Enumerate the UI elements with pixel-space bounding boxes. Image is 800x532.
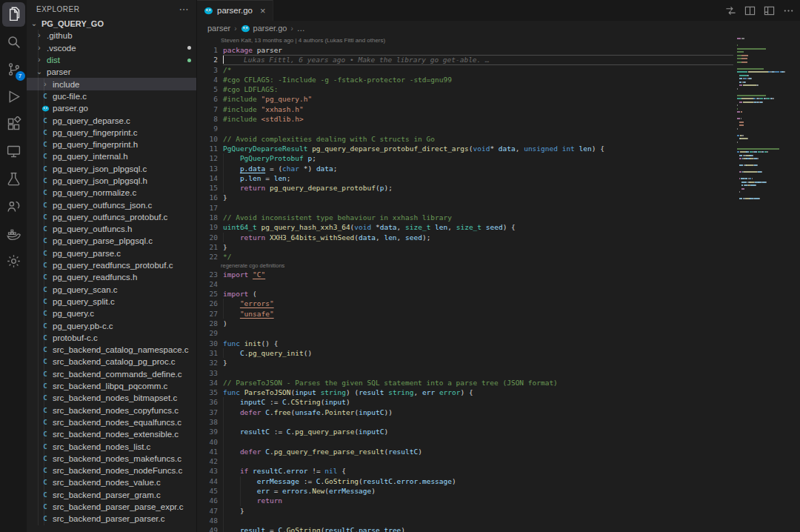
line-number[interactable]: 39 [197, 427, 218, 436]
folder-item-pg_query_go[interactable]: ⌄PG_QUERY_GO [27, 18, 196, 30]
file-item-protobuf-c.c[interactable]: Cprotobuf-c.c [27, 332, 196, 344]
code-line-2[interactable]: 2Lukas Fittl, 6 years ago • Make the lib… [197, 55, 733, 64]
line-number[interactable]: 46 [197, 496, 218, 505]
file-item-pg_query_outfuncs_protobuf.c[interactable]: Cpg_query_outfuncs_protobuf.c [27, 211, 196, 223]
line-number[interactable]: 12 [197, 153, 218, 163]
code-line-9[interactable]: 9 [197, 124, 733, 133]
code-line-25[interactable]: 25import ( [197, 289, 733, 299]
code-line-8[interactable]: 8#include <stdlib.h> [197, 114, 733, 124]
breadcrumb-parser[interactable]: parser [207, 24, 230, 33]
breadcrumb-more[interactable]: … [297, 24, 305, 33]
line-number[interactable]: 40 [197, 437, 218, 447]
line-number[interactable]: 26 [197, 299, 218, 308]
code-line-49[interactable]: 49 result = C.GoString(resultC.parse_tre… [197, 525, 733, 532]
line-number[interactable]: 42 [197, 456, 218, 466]
file-item-pg_query_json_plpgsql.h[interactable]: Cpg_query_json_plpgsql.h [27, 175, 196, 187]
file-item-src_backend_nodes_bitmapset.c[interactable]: Csrc_backend_nodes_bitmapset.c [27, 392, 196, 404]
file-item-src_backend_nodes_copyfuncs.c[interactable]: Csrc_backend_nodes_copyfuncs.c [27, 405, 196, 416]
code-line-1[interactable]: 1package parser [197, 45, 733, 55]
line-number[interactable]: 6 [197, 94, 218, 104]
file-item-pg_query_deparse.c[interactable]: Cpg_query_deparse.c [27, 114, 196, 126]
line-number[interactable]: 15 [197, 183, 218, 193]
code-line-44[interactable]: 44 errMessage := C.GoString(resultC.erro… [197, 476, 733, 486]
code-line-36[interactable]: 36 inputC := C.CString(input) [197, 397, 733, 407]
code-line-41[interactable]: 41 defer C.pg_query_free_parse_result(re… [197, 447, 733, 456]
file-item-pg_query_outfuncs_json.c[interactable]: Cpg_query_outfuncs_json.c [27, 199, 196, 210]
file-item-pg_query_outfuncs.h[interactable]: Cpg_query_outfuncs.h [27, 223, 196, 235]
code-line-33[interactable]: 33 [197, 368, 733, 378]
line-number[interactable]: 8 [197, 114, 218, 124]
line-number[interactable]: 32 [197, 358, 218, 368]
tab-parser-go[interactable]: parser.go × [197, 0, 273, 21]
code-line-26[interactable]: 26 "errors" [197, 299, 733, 308]
line-number[interactable]: 24 [197, 279, 218, 289]
line-number[interactable]: 13 [197, 164, 218, 173]
file-item-src_backend_parser_parser.c[interactable]: Csrc_backend_parser_parser.c [27, 513, 196, 525]
folder-item-dist[interactable]: ›dist [27, 54, 196, 66]
source-control-icon[interactable]: 7 [2, 57, 25, 82]
line-number[interactable]: 29 [197, 328, 218, 338]
folder-item-.vscode[interactable]: ›.vscode [27, 42, 196, 54]
code-line-6[interactable]: 6#include "pg_query.h" [197, 94, 733, 104]
settings-gear-icon[interactable] [2, 249, 25, 273]
line-number[interactable]: 49 [197, 525, 218, 532]
code-line-22[interactable]: 22*/ [197, 252, 733, 262]
code-line-3[interactable]: 3/* [197, 65, 733, 75]
line-number[interactable]: 30 [197, 339, 218, 348]
file-item-guc-file.c[interactable]: Cguc-file.c [27, 90, 196, 102]
file-item-src_backend_nodes_value.c[interactable]: Csrc_backend_nodes_value.c [27, 476, 196, 488]
code-line-11[interactable]: 11PgQueryDeparseResult pg_query_deparse_… [197, 144, 733, 153]
code-line-37[interactable]: 37 defer C.free(unsafe.Pointer(inputC)) [197, 408, 733, 417]
split-editor-icon[interactable] [744, 5, 756, 16]
code-line-31[interactable]: 31 C.pg_query_init() [197, 348, 733, 358]
file-item-src_backend_nodes_nodefuncs.c[interactable]: Csrc_backend_nodes_nodeFuncs.c [27, 465, 196, 476]
line-number[interactable]: 28 [197, 319, 218, 328]
code-line-27[interactable]: 27 "unsafe" [197, 309, 733, 319]
line-number[interactable]: 20 [197, 233, 218, 242]
file-item-src_backend_nodes_makefuncs.c[interactable]: Csrc_backend_nodes_makefuncs.c [27, 453, 196, 465]
file-item-pg_query.c[interactable]: Cpg_query.c [27, 307, 196, 319]
line-number[interactable]: 7 [197, 104, 218, 114]
gitlens-blame-codelens[interactable]: Steven Kalt, 13 months ago | 4 authors (… [197, 36, 733, 45]
code-line-45[interactable]: 45 err = errors.New(errMessage) [197, 486, 733, 496]
line-number[interactable]: 16 [197, 193, 218, 202]
line-number[interactable]: 4 [197, 75, 218, 84]
line-number[interactable]: 11 [197, 144, 218, 153]
code-line-5[interactable]: 5#cgo LDFLAGS: [197, 84, 733, 94]
line-number[interactable]: 48 [197, 516, 218, 525]
code-line-12[interactable]: 12 PgQueryProtobuf p; [197, 153, 733, 163]
more-actions-icon[interactable]: ⋯ [179, 4, 190, 15]
file-item-pg_query_readfuncs.h[interactable]: Cpg_query_readfuncs.h [27, 271, 196, 283]
folder-item-include[interactable]: ›include [27, 78, 196, 90]
file-item-pg_query_fingerprint.h[interactable]: Cpg_query_fingerprint.h [27, 139, 196, 150]
run-debug-icon[interactable] [2, 84, 25, 109]
live-share-icon[interactable] [2, 194, 25, 219]
line-number[interactable]: 27 [197, 309, 218, 319]
more-actions-icon[interactable] [783, 5, 794, 16]
line-number[interactable]: 2 [197, 55, 218, 64]
line-number[interactable]: 34 [197, 378, 218, 388]
code-line-18[interactable]: 18// Avoid inconsistent type behaviour i… [197, 213, 733, 222]
line-number[interactable]: 41 [197, 447, 218, 456]
line-number[interactable]: 33 [197, 368, 218, 378]
line-number[interactable]: 3 [197, 65, 218, 75]
file-item-pg_query_fingerprint.c[interactable]: Cpg_query_fingerprint.c [27, 127, 196, 139]
docker-icon[interactable] [2, 222, 25, 246]
file-item-pg_query_json_plpgsql.c[interactable]: Cpg_query_json_plpgsql.c [27, 163, 196, 175]
breadcrumb-parser.go[interactable]: parser.go [241, 24, 287, 33]
code-line-40[interactable]: 40 [197, 437, 733, 447]
file-item-pg_query_readfuncs_protobuf.c[interactable]: Cpg_query_readfuncs_protobuf.c [27, 259, 196, 271]
code-line-46[interactable]: 46 return [197, 496, 733, 505]
testing-icon[interactable] [2, 167, 25, 191]
file-item-src_backend_parser_gram.c[interactable]: Csrc_backend_parser_gram.c [27, 489, 196, 501]
code-line-24[interactable]: 24 [197, 279, 733, 289]
minimap[interactable] [733, 36, 800, 532]
line-number[interactable]: 23 [197, 270, 218, 279]
line-number[interactable]: 44 [197, 476, 218, 486]
code-lines[interactable]: Steven Kalt, 13 months ago | 4 authors (… [197, 36, 733, 532]
code-line-7[interactable]: 7#include "xxhash.h" [197, 104, 733, 114]
files-icon[interactable] [2, 2, 25, 27]
line-number[interactable]: 17 [197, 203, 218, 213]
line-number[interactable]: 9 [197, 124, 218, 133]
code-line-23[interactable]: 23import "C" [197, 270, 733, 279]
